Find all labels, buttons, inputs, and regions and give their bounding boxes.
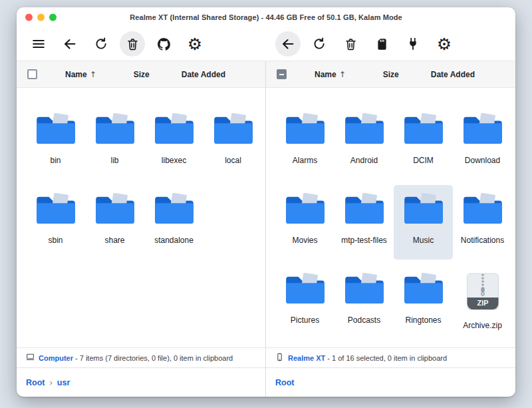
folder-icon	[94, 113, 136, 145]
column-header-name[interactable]: Name ↑	[65, 70, 96, 79]
file-icon-wrap: ZIP	[462, 113, 503, 148]
file-name: bin	[26, 156, 85, 165]
file-item[interactable]: ZIP lib	[85, 105, 144, 180]
column-header-name[interactable]: Name ↑	[315, 70, 346, 79]
file-item[interactable]: ZIP DCIM	[394, 105, 453, 180]
file-icon-wrap: ZIP	[403, 113, 444, 148]
zip-file-icon: ZIP	[466, 273, 499, 310]
dual-pane-content: Name ↑ Size Date Added ZIP	[17, 61, 515, 397]
status-details: - 1 of 16 selected, 0 item in clipboard	[327, 354, 447, 362]
select-all-checkbox-indeterminate[interactable]	[277, 69, 287, 79]
local-settings-button[interactable]: ⚙	[182, 31, 207, 57]
file-item[interactable]: ZIP mtp-test-files	[334, 185, 394, 260]
storage-select-button[interactable]	[369, 31, 394, 57]
file-item[interactable]: ZIP share	[85, 185, 144, 260]
refresh-icon	[312, 37, 327, 51]
file-icon-wrap: ZIP	[285, 193, 326, 228]
folder-icon	[285, 193, 326, 225]
maximize-window-button[interactable]	[49, 14, 57, 21]
file-name: Alarms	[275, 156, 334, 165]
file-icon-wrap: ZIP	[344, 273, 385, 307]
file-item[interactable]: ZIP bin	[26, 105, 85, 180]
local-status-bar: Computer - 7 items (7 directories, 0 fil…	[17, 347, 265, 367]
local-refresh-button[interactable]	[88, 31, 114, 57]
status-device-name: Realme XT	[288, 354, 325, 362]
sort-ascending-icon: ↑	[339, 70, 346, 79]
file-item[interactable]: ZIP Ringtones	[394, 265, 453, 339]
file-name: Ringtones	[394, 315, 453, 325]
local-back-button[interactable]	[57, 31, 82, 57]
folder-icon	[35, 193, 76, 225]
device-back-button[interactable]	[275, 31, 301, 57]
status-text: Computer - 7 items (7 directories, 0 fil…	[39, 354, 233, 362]
file-item[interactable]: ZIP Android	[334, 105, 394, 180]
device-refresh-button[interactable]	[307, 31, 332, 57]
folder-icon	[403, 273, 444, 305]
local-pane: Name ↑ Size Date Added ZIP	[17, 61, 266, 397]
column-name-label: Name	[315, 70, 336, 79]
column-header-size[interactable]: Size	[134, 70, 150, 79]
usb-connection-button[interactable]	[400, 31, 426, 57]
file-item[interactable]: ZIP Music	[394, 185, 453, 260]
status-details: - 7 items (7 directories, 0 file), 0 ite…	[75, 354, 233, 362]
phone-icon	[275, 353, 284, 363]
folder-icon	[213, 113, 254, 145]
file-name: local	[203, 156, 263, 165]
device-pane: Name ↑ Size Date Added ZIP	[266, 61, 515, 397]
trash-icon	[344, 37, 358, 51]
file-item[interactable]: ZIP libexec	[144, 105, 203, 180]
file-item[interactable]: ZIP Notifications	[453, 185, 512, 260]
file-item[interactable]: ZIP Alarms	[275, 105, 334, 180]
file-name: lib	[85, 156, 144, 165]
file-icon-wrap: ZIP	[285, 113, 326, 148]
file-name: Movies	[275, 236, 334, 245]
file-item[interactable]: ZIP Movies	[275, 185, 334, 260]
file-name: libexec	[144, 156, 203, 165]
toolbar: ⚙	[17, 27, 515, 61]
device-toolbar: ⚙	[266, 27, 515, 61]
folder-icon	[344, 273, 385, 305]
file-item[interactable]: ZIP Download	[453, 105, 512, 180]
file-item[interactable]: ZIP Pictures	[275, 265, 334, 339]
file-icon-wrap: ZIP	[94, 193, 136, 228]
breadcrumb-root[interactable]: Root	[275, 378, 294, 387]
file-icon-wrap: ZIP	[466, 273, 499, 307]
file-icon-wrap: ZIP	[344, 113, 385, 148]
file-item[interactable]: ZIP Podcasts	[334, 265, 394, 339]
github-button[interactable]	[151, 31, 176, 57]
device-delete-button[interactable]	[338, 31, 363, 57]
folder-icon	[154, 193, 195, 225]
breadcrumb-current[interactable]: usr	[57, 378, 70, 387]
hamburger-menu-icon	[31, 37, 46, 51]
breadcrumb-root[interactable]: Root	[26, 378, 45, 387]
file-icon-wrap: ZIP	[154, 193, 195, 228]
device-breadcrumb: Root	[266, 367, 515, 397]
window-controls	[25, 14, 57, 21]
refresh-icon	[94, 37, 108, 51]
file-icon-wrap: ZIP	[35, 193, 76, 228]
file-icon-wrap: ZIP	[94, 113, 136, 148]
file-icon-wrap: ZIP	[344, 193, 385, 228]
column-header-date-added[interactable]: Date Added	[182, 70, 225, 79]
folder-icon	[344, 113, 385, 145]
menu-button[interactable]	[26, 31, 51, 57]
column-header-date-added[interactable]: Date Added	[431, 70, 475, 79]
file-item[interactable]: ZIP sbin	[26, 185, 85, 260]
file-item[interactable]: ZIP Archive.zip	[453, 265, 512, 339]
sd-card-icon	[375, 37, 389, 51]
file-name: sbin	[26, 236, 85, 245]
close-window-button[interactable]	[25, 14, 33, 21]
window-title: Realme XT (Internal Shared Storage) - 44…	[130, 13, 402, 21]
file-item[interactable]: ZIP local	[203, 105, 263, 180]
file-item[interactable]: ZIP standalone	[144, 185, 203, 260]
select-all-checkbox[interactable]	[27, 69, 37, 79]
device-settings-button[interactable]: ⚙	[432, 31, 457, 57]
local-toolbar: ⚙	[17, 27, 266, 61]
device-pane-header: Name ↑ Size Date Added	[266, 61, 515, 88]
file-icon-wrap: ZIP	[403, 273, 444, 307]
file-name: mtp-test-files	[334, 236, 394, 245]
status-text: Realme XT - 1 of 16 selected, 0 item in …	[288, 354, 447, 362]
minimize-window-button[interactable]	[37, 14, 45, 21]
column-header-size[interactable]: Size	[383, 70, 399, 79]
local-delete-button[interactable]	[120, 31, 145, 57]
